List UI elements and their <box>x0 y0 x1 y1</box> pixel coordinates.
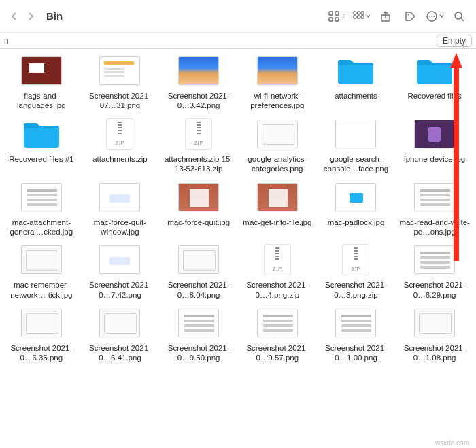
file-label: Screenshot 2021-0…9.50.png <box>163 343 234 363</box>
file-label: mac-attachment-general…cked.jpg <box>6 218 77 237</box>
watermark: wsxdn.com <box>435 439 469 447</box>
file-item[interactable]: google-search-console…face.png <box>319 118 394 174</box>
file-label: Screenshot 2021-0…7.42.png <box>84 280 155 300</box>
path-bar-fragment: n <box>4 36 9 46</box>
file-item[interactable]: Screenshot 2021-0…1.08.png <box>397 307 472 363</box>
file-label: mac-force-quit.jpg <box>167 218 230 227</box>
folder-icon <box>413 54 456 87</box>
file-label: Screenshot 2021-0…6.35.png <box>6 343 77 363</box>
file-item[interactable]: Screenshot 2021-0…8.04.png <box>161 243 236 300</box>
file-item[interactable]: Screenshot 2021-0…6.29.png <box>397 243 472 300</box>
svg-point-11 <box>408 14 409 15</box>
file-item[interactable]: mac-force-quit.jpg <box>161 181 236 237</box>
file-item[interactable]: mac-attachment-general…cked.jpg <box>4 181 79 237</box>
file-item[interactable]: mac-get-info-file.jpg <box>240 181 315 237</box>
image-thumbnail <box>334 181 377 213</box>
image-thumbnail <box>177 181 220 213</box>
group-by-button[interactable] <box>351 6 371 27</box>
file-label: wi-fi-network-preferences.jpg <box>242 91 313 111</box>
file-item[interactable]: Screenshot 2021-0…6.41.png <box>83 307 158 363</box>
file-item[interactable]: flags-and-languages.jpg <box>4 54 79 111</box>
file-label: attachments.zip <box>92 154 148 164</box>
file-item[interactable]: Screenshot 2021-0…9.57.png <box>240 307 315 363</box>
tags-button[interactable] <box>400 6 420 27</box>
file-item[interactable]: mac-remember-network…-tick.jpg <box>4 243 79 300</box>
file-item[interactable]: Recovered files #1 <box>4 118 79 174</box>
image-thumbnail <box>177 307 220 339</box>
file-label: flags-and-languages.jpg <box>6 91 77 111</box>
image-thumbnail <box>177 243 220 276</box>
image-thumbnail <box>20 307 63 339</box>
forward-button[interactable] <box>23 9 38 24</box>
file-label: attachments <box>335 91 377 101</box>
file-label: Screenshot 2021-0…6.29.png <box>399 280 470 300</box>
empty-trash-button[interactable]: Empty <box>437 35 472 47</box>
file-item[interactable]: wi-fi-network-preferences.jpg <box>240 54 315 111</box>
image-thumbnail <box>256 181 299 213</box>
file-item[interactable]: Recovered files <box>397 54 472 111</box>
image-thumbnail <box>334 307 377 339</box>
icon-view-button[interactable] <box>326 6 347 27</box>
chevron-down-icon <box>366 14 371 18</box>
image-thumbnail <box>177 54 220 87</box>
image-thumbnail <box>413 307 456 339</box>
file-label: mac-read-and-write-pe…ons.jpg <box>399 218 470 237</box>
folder-icon <box>20 118 63 150</box>
file-item[interactable]: iphone-device.jpg <box>397 118 472 174</box>
svg-rect-3 <box>335 18 339 21</box>
svg-rect-5 <box>357 12 360 14</box>
file-item[interactable]: attachments.zip 15-13-53-613.zip <box>161 118 236 174</box>
file-label: Recovered files #1 <box>9 154 73 164</box>
file-item[interactable]: mac-force-quit-window.jpg <box>83 181 158 237</box>
svg-rect-4 <box>354 12 356 14</box>
file-label: Screenshot 2021-0…8.04.png <box>163 280 234 300</box>
image-thumbnail <box>334 118 377 150</box>
file-item[interactable]: Screenshot 2021-0…9.50.png <box>161 307 236 363</box>
file-label: google-analytics-categories.png <box>242 154 313 174</box>
file-item[interactable]: Screenshot 2021-0…3.png.zip <box>319 243 394 300</box>
svg-point-15 <box>433 16 435 17</box>
file-item[interactable]: Screenshot 2021-0…6.35.png <box>4 307 79 363</box>
image-thumbnail <box>413 243 456 276</box>
chevron-down-icon <box>439 14 444 18</box>
image-thumbnail <box>20 181 63 213</box>
image-thumbnail <box>20 54 63 87</box>
image-thumbnail <box>256 118 299 150</box>
file-item[interactable]: Screenshot 2021-0…7.42.png <box>83 243 158 300</box>
zip-icon <box>256 243 299 276</box>
file-item[interactable]: Screenshot 2021-0…4.png.zip <box>240 243 315 300</box>
svg-point-16 <box>455 12 462 19</box>
svg-point-14 <box>431 16 432 17</box>
file-label: Screenshot 2021-07…31.png <box>84 91 155 111</box>
zip-icon <box>334 243 377 276</box>
file-item[interactable]: Screenshot 2021-0…3.42.png <box>161 54 236 111</box>
file-item[interactable]: Screenshot 2021-0…1.00.png <box>319 307 394 363</box>
file-item[interactable]: attachments.zip <box>83 118 158 174</box>
svg-rect-7 <box>354 16 356 18</box>
image-thumbnail <box>98 307 141 339</box>
file-label: mac-remember-network…-tick.jpg <box>6 280 77 300</box>
share-button[interactable] <box>375 6 396 27</box>
image-thumbnail <box>98 54 141 87</box>
image-thumbnail <box>98 181 141 213</box>
back-button[interactable] <box>7 9 22 24</box>
zip-icon <box>98 118 141 150</box>
search-button[interactable] <box>449 6 469 27</box>
folder-icon <box>334 54 377 87</box>
action-menu-button[interactable] <box>424 6 445 27</box>
file-label: Screenshot 2021-0…3.42.png <box>163 91 234 111</box>
file-grid-scroll[interactable]: flags-and-languages.jpgScreenshot 2021-0… <box>0 49 476 437</box>
file-label: Screenshot 2021-0…4.png.zip <box>242 280 313 300</box>
file-label: google-search-console…face.png <box>320 154 391 174</box>
file-item[interactable]: attachments <box>319 54 394 111</box>
zip-icon <box>177 118 220 150</box>
file-label: Screenshot 2021-0…1.00.png <box>320 343 391 363</box>
file-item[interactable]: mac-padlock.jpg <box>319 181 394 237</box>
file-label: mac-force-quit-window.jpg <box>84 218 155 237</box>
file-label: Screenshot 2021-0…9.57.png <box>242 343 313 363</box>
file-label: Screenshot 2021-0…3.png.zip <box>320 280 391 300</box>
svg-rect-9 <box>361 16 364 18</box>
file-item[interactable]: mac-read-and-write-pe…ons.jpg <box>397 181 472 237</box>
file-item[interactable]: Screenshot 2021-07…31.png <box>83 54 158 111</box>
file-item[interactable]: google-analytics-categories.png <box>240 118 315 174</box>
